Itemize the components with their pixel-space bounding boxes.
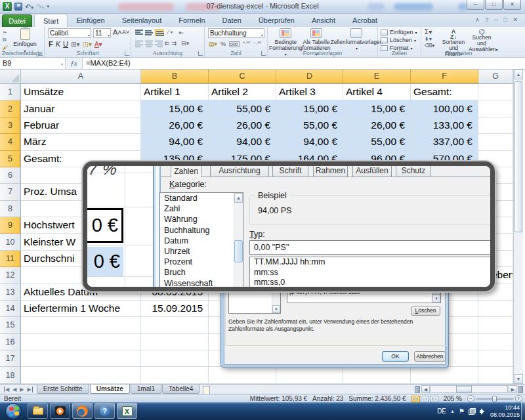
- magnified-tab-schutz[interactable]: Schutz: [396, 166, 431, 177]
- row-header-13[interactable]: 13: [0, 284, 21, 301]
- number-format-combo[interactable]: Buchhaltung▾: [208, 28, 264, 38]
- increase-indent-icon[interactable]: ⇉: [172, 40, 177, 47]
- ribbon-tab-ansicht[interactable]: Ansicht: [303, 14, 344, 27]
- row-header-5[interactable]: 5: [0, 151, 21, 167]
- row-header-7[interactable]: 7: [0, 184, 21, 200]
- cell-G2[interactable]: [478, 100, 513, 117]
- align-top-icon[interactable]: [135, 30, 143, 35]
- row-header-16[interactable]: 16: [0, 334, 21, 350]
- underline-button[interactable]: U: [63, 40, 68, 48]
- ok-button[interactable]: OK: [382, 351, 409, 362]
- font-name-combo[interactable]: Calibri▾: [48, 28, 91, 38]
- hscroll-thumb[interactable]: [456, 386, 472, 392]
- magnified-tab-rahmen[interactable]: Rahmen: [313, 166, 348, 177]
- category-item-uhrzeit[interactable]: Uhrzeit: [160, 246, 243, 257]
- magnified-tab-zahlen[interactable]: Zahlen: [171, 166, 201, 177]
- network-icon[interactable]: [469, 408, 476, 414]
- orientation-icon[interactable]: ⟋▾: [166, 29, 173, 36]
- ribbon-tab-formeln[interactable]: Formeln: [170, 14, 213, 27]
- cell-B4[interactable]: 94,00 €: [141, 134, 209, 150]
- cell-C3[interactable]: 26,00 €: [209, 117, 276, 134]
- cell-F2[interactable]: 100,00 €: [411, 100, 478, 117]
- cell-D3[interactable]: 55,00 €: [276, 117, 343, 134]
- align-center-icon[interactable]: [145, 41, 153, 47]
- row-header-9[interactable]: 9: [0, 217, 21, 234]
- number-dialog-launcher[interactable]: [261, 51, 266, 56]
- comma-style-icon[interactable]: 000: [229, 41, 240, 47]
- clear-icon[interactable]: ⌫▾: [425, 43, 434, 49]
- decrease-decimal-icon[interactable]: ⁻·⁰⁰: [253, 41, 261, 47]
- ribbon-tab-acrobat[interactable]: Acrobat: [344, 14, 386, 27]
- cell-G15[interactable]: [478, 317, 513, 333]
- font-dialog-launcher[interactable]: [125, 51, 129, 56]
- column-header-B[interactable]: B: [141, 70, 209, 84]
- insert-worksheet-icon[interactable]: [200, 385, 213, 394]
- cell-E18[interactable]: [343, 367, 411, 383]
- cell-G14[interactable]: [478, 301, 513, 317]
- magnified-tab-schrift[interactable]: Schrift: [272, 166, 308, 177]
- hscroll-right-icon[interactable]: ▶: [509, 385, 517, 393]
- column-header-E[interactable]: E: [343, 70, 411, 84]
- magnified-format-code-list[interactable]: TT.MM.JJJJ hh:mmmm:ssmm:ss,0: [249, 257, 490, 287]
- formula-input[interactable]: =MAX(B2:E4): [83, 58, 525, 69]
- cell-G17[interactable]: [478, 350, 513, 367]
- insert-function-icon[interactable]: ƒx: [66, 58, 83, 69]
- cell-G4[interactable]: [478, 134, 513, 150]
- name-box[interactable]: B9▾: [0, 58, 66, 69]
- row-header-2[interactable]: 2: [0, 100, 21, 117]
- ribbon-tab-überprüfen[interactable]: Überprüfen: [250, 14, 303, 27]
- cell-A18[interactable]: [21, 367, 141, 383]
- percent-style-icon[interactable]: %: [220, 41, 226, 47]
- cell-F18[interactable]: [411, 367, 478, 383]
- fill-color-icon[interactable]: ◳▾: [82, 41, 91, 48]
- decrease-indent-icon[interactable]: ⇇: [165, 40, 170, 47]
- cell-G18[interactable]: [478, 367, 513, 383]
- select-all-corner[interactable]: [0, 70, 21, 84]
- close-button[interactable]: ✕: [503, 0, 521, 10]
- row-header-4[interactable]: 4: [0, 134, 21, 150]
- row-header-3[interactable]: 3: [0, 117, 21, 134]
- zoom-in-icon[interactable]: +: [515, 395, 522, 402]
- tab-split-handle[interactable]: [415, 386, 420, 393]
- category-item-währung[interactable]: Währung: [160, 214, 243, 224]
- cell-C1[interactable]: Artikel 2: [209, 84, 276, 100]
- row-header-6[interactable]: 6: [0, 167, 21, 184]
- cell-F3[interactable]: 133,00 €: [411, 117, 478, 134]
- delete-cells-button[interactable]: Löschen▾: [381, 36, 417, 44]
- font-size-combo[interactable]: 11▾: [93, 28, 111, 38]
- cell-G16[interactable]: [478, 334, 513, 350]
- row-header-10[interactable]: 10: [0, 234, 21, 250]
- zoom-level[interactable]: 205 %: [444, 395, 462, 402]
- row-header-1[interactable]: 1: [0, 84, 21, 100]
- cell-C18[interactable]: [209, 367, 276, 383]
- action-center-flag-icon[interactable]: ⚑: [459, 408, 465, 415]
- column-header-F[interactable]: F: [411, 70, 478, 84]
- language-indicator[interactable]: DE: [437, 408, 446, 415]
- column-header-D[interactable]: D: [276, 70, 343, 84]
- category-item-datum[interactable]: Datum: [160, 236, 243, 246]
- cell-A14[interactable]: Liefertermin 1 Woche: [21, 301, 141, 317]
- cell-B2[interactable]: 15,00 €: [141, 100, 209, 117]
- taskbar-explorer-button[interactable]: [28, 403, 48, 419]
- category-item-bruch[interactable]: Bruch: [160, 267, 243, 278]
- ribbon-tab-daten[interactable]: Daten: [214, 14, 250, 27]
- autosum-icon[interactable]: Σ▾: [425, 28, 434, 35]
- ribbon-tab-seitenlayout[interactable]: Seitenlayout: [114, 14, 171, 27]
- taskbar-clock[interactable]: 10:44 08.09.2015: [490, 404, 520, 419]
- hscroll-left-icon[interactable]: ◀: [421, 385, 430, 393]
- taskbar-firefox-button[interactable]: [72, 403, 93, 419]
- document-window-controls[interactable]: ∧ ? ─ □ ✕: [475, 16, 520, 23]
- category-listbox[interactable]: ▲ StandardZahlWährungBuchhaltungDatumUhr…: [159, 192, 243, 287]
- align-middle-icon[interactable]: [145, 30, 153, 35]
- file-tab[interactable]: Datei: [2, 14, 32, 27]
- ribbon-tab-start[interactable]: Start: [34, 14, 68, 27]
- cell-B14[interactable]: 15.09.2015: [141, 301, 209, 317]
- format-item[interactable]: TT.MM.JJJJ hh:mm: [250, 257, 490, 268]
- wrap-text-icon[interactable]: ⇤: [179, 30, 184, 36]
- cell-B18[interactable]: [141, 367, 209, 383]
- previous-sheet-icon[interactable]: ◀: [12, 387, 16, 392]
- cell-A1[interactable]: Umsätze: [21, 84, 141, 100]
- cell-D4[interactable]: 94,00 €: [276, 134, 343, 150]
- magnified-tab-ausrichtung[interactable]: Ausrichtung: [210, 166, 269, 177]
- minimize-button[interactable]: ─: [467, 0, 484, 10]
